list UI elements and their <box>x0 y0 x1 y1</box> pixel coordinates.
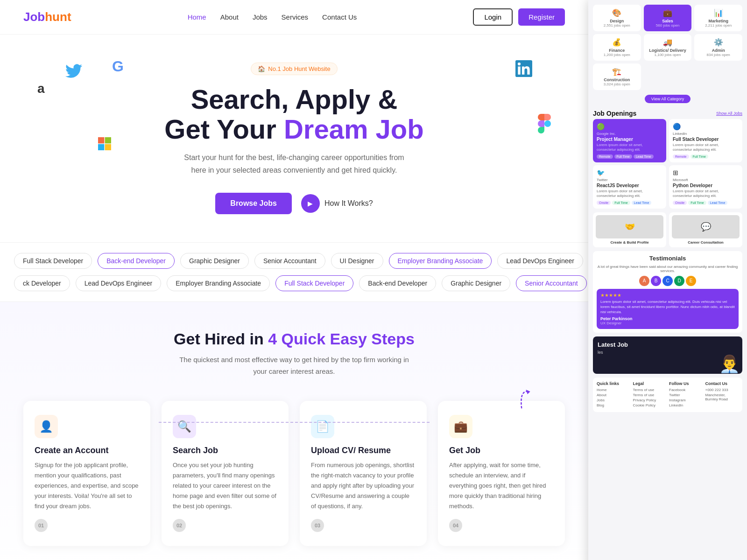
step-card-4: 💼 Get Job After applying, wait for some … <box>438 401 565 546</box>
google-float-icon: G <box>112 58 124 75</box>
nav-link-about[interactable]: About <box>220 13 239 21</box>
svg-rect-3 <box>105 144 111 150</box>
step-card-2: 🔍 Search Job Once you set your job hunti… <box>162 401 289 546</box>
tag-row2-4[interactable]: Back-end Developer <box>359 275 436 291</box>
step-image-1: 🤝 Create & Build Profile <box>593 212 666 247</box>
badge-icon: 🏠 <box>258 65 265 72</box>
latest-job-subtitle: les <box>598 350 738 355</box>
footer-address: Manchester, Burnley Road <box>705 393 739 401</box>
main-area: Jobhunt Home About Jobs Services Contact… <box>0 0 588 560</box>
job-logo-0: 🟢 <box>597 123 662 130</box>
job-tag: Lead Time <box>708 201 728 205</box>
tag-employer-branding[interactable]: Employer Branding Associate <box>389 253 492 269</box>
job-tag: Remote <box>597 154 613 159</box>
job-card-3[interactable]: ⊞ Microsoft Python Developer Lorem ipsum… <box>669 165 742 209</box>
category-finance[interactable]: 💰 Finance 1,200 jobs open <box>593 34 641 61</box>
tag-row2-1[interactable]: Lead DevOps Engineer <box>76 275 162 291</box>
footer-link[interactable]: Home <box>597 388 630 392</box>
twitter-float-icon <box>65 63 82 83</box>
footer-link[interactable]: Terms of use <box>633 388 667 392</box>
avatar-4: D <box>674 276 684 286</box>
show-all-jobs-link[interactable]: Show All Jobs <box>716 111 742 116</box>
design-icon: 🎨 <box>597 8 637 17</box>
footer-link[interactable]: Privacy Policy <box>633 398 667 402</box>
nav-link-contact[interactable]: Contact Us <box>322 13 357 21</box>
admin-icon: ⚙️ <box>698 38 739 47</box>
step-label-1: Create & Build Profile <box>596 240 663 245</box>
category-title: Admin <box>698 48 739 53</box>
footer-link[interactable]: Jobs <box>597 398 630 402</box>
step-desc-4: After applying, wait for some time, sche… <box>449 460 554 511</box>
category-marketing[interactable]: 📊 Marketing 2,211 jobs open <box>694 5 742 31</box>
nav-link-home[interactable]: Home <box>188 13 206 21</box>
step-label-2: Career Consultation <box>672 240 740 245</box>
logistics-icon: 🚚 <box>648 38 688 47</box>
sales-icon: 💼 <box>648 8 688 17</box>
latest-job-section: Latest Job les 👨‍💼 <box>593 336 742 374</box>
tag-row2-3[interactable]: Full Stack Developer <box>275 275 353 291</box>
category-title: Marketing <box>698 19 739 23</box>
category-count: 2,551 jobs open <box>597 23 637 28</box>
step-number-3: 03 <box>311 519 324 532</box>
footer-link[interactable]: Facebook <box>669 388 703 392</box>
job-tags-3: Onsite Full Time Lead Time <box>673 201 739 205</box>
footer-col-legal: Legal Terms of use Terms of use Privacy … <box>633 381 667 408</box>
tags-section: Full Stack Developer Back-end Developer … <box>0 242 588 302</box>
logo: Jobhunt <box>23 10 71 24</box>
testimonial-role: UX Designer <box>600 321 735 325</box>
footer-link[interactable]: Cookie Policy <box>633 403 667 407</box>
browse-jobs-button[interactable]: Browse Jobs <box>215 193 292 214</box>
job-tag: Full Time <box>691 154 708 159</box>
category-construction[interactable]: 🏗️ Construction 3,024 jobs open <box>593 63 641 90</box>
tag-row2-6[interactable]: Senior Accountant <box>516 275 587 291</box>
job-card-0[interactable]: 🟢 Google Inc. Project Manager Lorem ipsu… <box>593 119 666 162</box>
footer-col-quick: Quick links Home About Jobs Blog <box>597 381 630 408</box>
tag-row2-0[interactable]: ck Developer <box>14 275 70 291</box>
hero-title-line1: Search, Apply & <box>191 84 398 114</box>
category-sales[interactable]: 💼 Sales 560 jobs open <box>644 5 692 31</box>
tag-graphic-designer[interactable]: Graphic Designer <box>180 253 249 269</box>
how-it-works-label: How It Works? <box>324 199 373 208</box>
job-title-2: ReactJS Developer <box>597 183 662 188</box>
footer-link[interactable]: Terms of use <box>633 393 667 397</box>
register-button[interactable]: Register <box>518 8 565 26</box>
category-title: Finance <box>597 48 637 53</box>
footer-link[interactable]: Twitter <box>669 393 703 397</box>
footer-link[interactable]: Instagram <box>669 398 703 402</box>
tag-ui-designer[interactable]: UI Designer <box>331 253 383 269</box>
nav-link-jobs[interactable]: Jobs <box>253 13 268 21</box>
nav-link-services[interactable]: Services <box>282 13 309 21</box>
tag-backend-dev[interactable]: Back-end Developer <box>98 253 175 269</box>
svg-rect-1 <box>105 137 111 143</box>
job-company-2: Twitter <box>597 178 662 182</box>
footer-link[interactable]: LinkedIn <box>669 403 703 407</box>
tag-row2-2[interactable]: Employer Branding Associate <box>167 275 270 291</box>
category-logistics[interactable]: 🚚 Logistics/ Delivery 1,100 jobs open <box>644 34 692 61</box>
footer-link[interactable]: Blog <box>597 403 630 407</box>
category-admin[interactable]: ⚙️ Admin 834 jobs open <box>694 34 742 61</box>
tag-row2-5[interactable]: Graphic Designer <box>442 275 510 291</box>
login-button[interactable]: Login <box>473 8 513 26</box>
view-all-categories-button[interactable]: View All Category <box>645 95 691 103</box>
job-company-1: LinkedIn <box>673 132 739 136</box>
footer-link[interactable]: About <box>597 393 630 397</box>
job-title-3: Python Developer <box>673 183 739 188</box>
step-number-1: 01 <box>35 519 48 532</box>
job-card-2[interactable]: 🐦 Twitter ReactJS Developer Lorem ipsum … <box>593 165 666 209</box>
tag-senior-accountant[interactable]: Senior Accountant <box>254 253 325 269</box>
how-it-works-button[interactable]: ▶ How It Works? <box>301 193 373 214</box>
tag-lead-devops[interactable]: Lead DevOps Engineer <box>497 253 583 269</box>
tag-fullstack-dev[interactable]: Full Stack Developer <box>14 253 92 269</box>
job-card-1[interactable]: 🔵 LinkedIn Full Stack Developer Lorem ip… <box>669 119 742 162</box>
footer-phone: +000 222 333 <box>705 388 739 392</box>
avatar-2: B <box>651 276 661 286</box>
svg-rect-0 <box>98 137 104 143</box>
testimonial-card: ★★★★★ Lorem ipsum dolor sit amet, consec… <box>597 289 739 329</box>
job-tag: Full Time <box>612 201 630 205</box>
avatar-3: C <box>662 276 673 286</box>
step-desc-2: Once you set your job hunting parameters… <box>173 460 277 511</box>
navbar: Jobhunt Home About Jobs Services Contact… <box>0 0 588 35</box>
category-design[interactable]: 🎨 Design 2,551 jobs open <box>593 5 641 31</box>
step-icon-4: 💼 <box>449 415 472 438</box>
testimonial-text: Lorem ipsum dolor sit amet, consectetur … <box>600 299 735 315</box>
